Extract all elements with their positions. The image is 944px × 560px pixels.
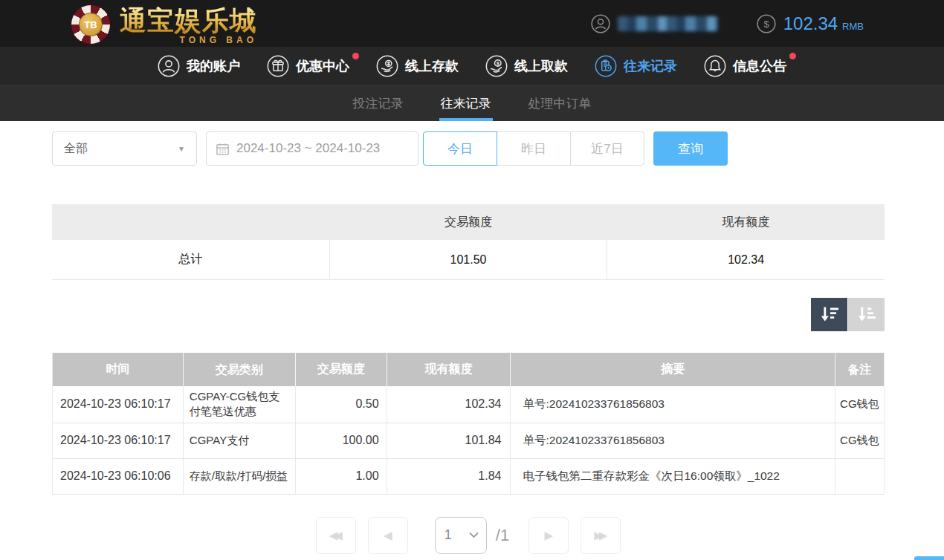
cell-summary: 电子钱包第二重存款彩金《次日16:00领取》_1022 [510, 459, 835, 494]
col-header-note: 备注 [835, 353, 884, 386]
cell-category: 存款/取款/打码/损益 [183, 459, 295, 494]
notification-dot [352, 53, 359, 59]
table-row: 2024-10-23 06:10:17 CGPAY-CG钱包支付笔笔送优惠 0.… [53, 386, 884, 423]
site-logo[interactable]: TB 通宝娱乐城 TONG BAO [71, 0, 257, 47]
nav-item-my-account[interactable]: 我的账户 [158, 55, 240, 77]
nav-item-withdraw[interactable]: $ 线上取款 [485, 55, 568, 77]
balance-currency: RMB [842, 21, 864, 32]
quick-btn-today[interactable]: 今日 [423, 131, 497, 166]
page: TB 通宝娱乐城 TONG BAO $ 102.34 R [0, 0, 944, 560]
sort-descending-icon [819, 305, 840, 324]
records-icon [595, 55, 617, 77]
tab-pending-orders[interactable]: 处理中订单 [527, 86, 593, 121]
logo-text: 通宝娱乐城 TONG BAO [120, 4, 257, 47]
next-page-button[interactable]: ▶ [528, 517, 569, 554]
cell-summary: 单号:202410233761856803 [510, 386, 835, 423]
summary-transaction-total: 101.50 [329, 240, 607, 279]
site-subtitle: TONG BAO [180, 35, 257, 45]
user-icon [158, 55, 180, 77]
right-arrow-icon: ▶ [544, 529, 553, 542]
quick-btn-yesterday[interactable]: 昨日 [497, 131, 571, 166]
summary-header-row: 交易额度 现有额度 [52, 204, 885, 240]
bell-icon [704, 55, 726, 77]
date-range-value: 2024-10-23 ~ 2024-10-23 [236, 141, 380, 156]
header-right: $ 102.34 RMB [591, 13, 864, 34]
cell-note: CG钱包 [835, 423, 884, 458]
cell-balance: 1.84 [387, 459, 511, 494]
cell-time: 2024-10-23 06:10:17 [53, 423, 183, 458]
deposit-icon [376, 55, 398, 77]
table-row: 2024-10-23 06:10:06 存款/取款/打码/损益 1.00 1.8… [53, 459, 884, 495]
cell-note: CG钱包 [835, 386, 884, 423]
col-header-time: 时间 [53, 353, 183, 386]
header-user[interactable] [591, 14, 718, 33]
search-button[interactable]: 查询 [653, 131, 728, 166]
records-table: 时间 交易类别 交易额度 现有额度 摘要 备注 2024-10-23 06:10… [52, 353, 885, 495]
records-header-row: 时间 交易类别 交易额度 现有额度 摘要 备注 [53, 353, 884, 386]
double-left-arrow-icon: ◀◀ [329, 529, 339, 542]
table-row: 2024-10-23 06:10:17 CGPAY支付 100.00 101.8… [53, 423, 884, 459]
nav-item-announcements[interactable]: 信息公告 [704, 55, 786, 77]
last-page-button[interactable]: ▶▶ [581, 517, 621, 554]
chip-label: TB [79, 13, 103, 36]
date-range-input[interactable]: 2024-10-23 ~ 2024-10-23 [206, 131, 418, 166]
nav-item-promotions[interactable]: 优惠中心 [267, 55, 349, 77]
filter-row: 全部 ▼ 2024-10-23 ~ 2024-10-23 今日 昨日 近7日 查… [52, 131, 885, 166]
cell-amount: 1.00 [295, 459, 387, 494]
prev-page-button[interactable]: ◀ [368, 517, 408, 554]
top-header: TB 通宝娱乐城 TONG BAO $ 102.34 R [0, 0, 944, 47]
header-balance[interactable]: $ 102.34 RMB [757, 13, 864, 34]
nav-label: 线上存款 [405, 57, 459, 75]
cell-amount: 0.50 [295, 386, 387, 423]
sort-ascending-icon [856, 305, 877, 324]
withdraw-icon: $ [485, 55, 508, 77]
left-arrow-icon: ◀ [384, 529, 392, 542]
sort-descending-button[interactable] [811, 298, 847, 331]
summary-balance-total: 102.34 [607, 240, 885, 279]
nav-item-deposit[interactable]: 线上存款 [376, 55, 459, 77]
nav-label: 往来记录 [624, 57, 677, 75]
col-header-summary: 摘要 [510, 353, 835, 386]
summary-total-row: 总计 101.50 102.34 [52, 240, 885, 280]
username-masked [618, 16, 718, 31]
nav-item-transaction-records[interactable]: 往来记录 [595, 55, 677, 77]
first-page-button[interactable]: ◀◀ [316, 517, 356, 554]
nav-label: 优惠中心 [296, 57, 349, 75]
cell-balance: 102.34 [387, 386, 511, 423]
casino-chip-icon: TB [71, 4, 111, 45]
cell-category: CGPAY支付 [183, 423, 295, 458]
quick-btn-last7days[interactable]: 近7日 [570, 131, 644, 166]
cell-summary: 单号:202410233761856803 [510, 423, 835, 458]
sort-ascending-button[interactable] [848, 298, 885, 331]
sub-tabbar: 投注记录 往来记录 处理中订单 [0, 85, 944, 121]
cell-time: 2024-10-23 06:10:17 [53, 386, 183, 423]
site-title: 通宝娱乐城 [120, 4, 257, 38]
tab-betting-records[interactable]: 投注记录 [352, 86, 405, 121]
col-header-balance: 现有额度 [387, 353, 511, 386]
cell-category: CGPAY-CG钱包支付笔笔送优惠 [183, 386, 295, 423]
sort-controls [52, 298, 885, 331]
user-icon [591, 14, 610, 33]
quick-date-group: 今日 昨日 近7日 [423, 131, 644, 166]
nav-label: 信息公告 [733, 57, 786, 75]
type-select[interactable]: 全部 ▼ [52, 131, 197, 166]
gift-icon [267, 55, 289, 77]
pagination: ◀◀ ◀ 1 /1 ▶ ▶▶ [52, 517, 885, 554]
notification-dot [789, 53, 796, 59]
nav-label: 我的账户 [187, 57, 240, 75]
col-header-category: 交易类别 [183, 353, 295, 386]
tab-transaction-records[interactable]: 往来记录 [439, 86, 493, 121]
col-header-amount: 交易额度 [295, 353, 387, 386]
page-select[interactable]: 1 [435, 517, 487, 554]
chevron-down-icon [469, 532, 479, 538]
content: 全部 ▼ 2024-10-23 ~ 2024-10-23 今日 昨日 近7日 查… [0, 121, 944, 554]
main-nav: 我的账户 优惠中心 线上存款 [0, 47, 944, 85]
calendar-icon [216, 142, 230, 156]
type-select-value: 全部 [64, 141, 88, 157]
dollar-coin-icon: $ [757, 14, 776, 33]
chevron-down-icon: ▼ [178, 145, 185, 153]
page-select-value: 1 [444, 527, 452, 543]
summary-header-balance: 现有额度 [607, 204, 885, 240]
floating-widget-edge[interactable] [914, 556, 944, 560]
total-pages-label: /1 [496, 526, 509, 545]
